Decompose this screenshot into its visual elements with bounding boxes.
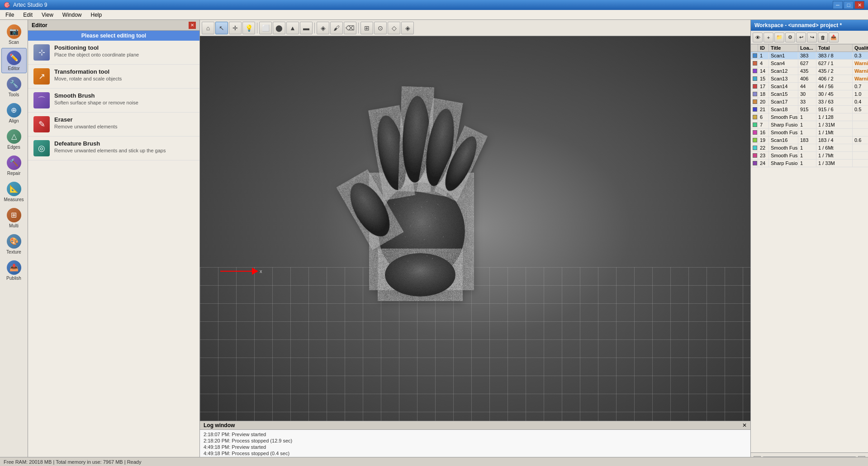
ws-undo-button[interactable]: ↩ [796, 33, 806, 42]
tool-btn-select[interactable]: ◈ [317, 22, 329, 34]
tool-btn-sphere[interactable]: ⬤ [273, 22, 285, 34]
left-sidebar: 📷 Scan ✏️ Editor 🔧 Tools ⊕ Align △ Edges… [0, 20, 28, 466]
ws-export-button[interactable]: 📤 [829, 33, 839, 42]
sidebar-item-repair[interactable]: 🔨 Repair [1, 153, 27, 178]
svg-point-15 [429, 226, 430, 226]
tool-smooth-brush[interactable]: ⌒ Smooth Brush Soften surface shape or r… [28, 89, 199, 113]
tool-btn-pin[interactable]: ◇ [388, 22, 400, 34]
sidebar-item-editor[interactable]: ✏️ Editor [1, 48, 27, 73]
toolbar: ⌂ ↖ ✛ 💡 ⬜ ⬤ ▲ ▬ ◈ 🖌 ⌫ ⊞ ⊙ ◇ ◈ [200, 20, 750, 36]
scan-eye-cell [751, 144, 758, 151]
tool-eraser[interactable]: ✎ Eraser Remove unwanted elements [28, 113, 199, 137]
scan-icon: 📷 [7, 24, 21, 39]
tool-btn-erase-tool[interactable]: ⌫ [344, 22, 356, 34]
menu-file[interactable]: File [2, 11, 18, 19]
sidebar-item-measures[interactable]: 📐 Measures [1, 179, 27, 204]
tool-btn-grid[interactable]: ⊞ [360, 22, 373, 34]
scan-title-cell: Smooth Fus [769, 152, 798, 159]
menu-help[interactable]: Help [87, 11, 106, 19]
smooth-brush-name: Smooth Brush [54, 92, 194, 99]
workspace-title: Workspace - <unnamed> project * [754, 22, 842, 28]
maximize-button[interactable]: □ [844, 1, 854, 9]
scan-row[interactable]: 21Scan18915915 / 60.5 [751, 106, 868, 113]
tool-btn-move[interactable]: ✛ [229, 22, 242, 34]
scan-row[interactable]: 23Smooth Fus11 / 7Mt [751, 152, 868, 160]
toolbar-separator-1 [257, 23, 257, 33]
scan-row[interactable]: 18Scan153030 / 451.0 [751, 90, 868, 98]
sidebar-publish-label: Publish [6, 276, 21, 281]
tool-btn-magnet[interactable]: ⊙ [374, 22, 387, 34]
scan-row[interactable]: 19Scan16183183 / 40.6 [751, 137, 868, 144]
scan-row[interactable]: 4Scan4627627 / 1Warning [751, 60, 868, 67]
scan-row[interactable]: 22Smooth Fus11 / 6Mt [751, 144, 868, 152]
scan-row[interactable]: 1Scan1383383 / 80.3 [751, 52, 868, 60]
scan-id-cell: 24 [758, 160, 769, 167]
tool-btn-home[interactable]: ⌂ [202, 22, 214, 34]
sidebar-item-edges[interactable]: △ Edges [1, 127, 27, 152]
scan-quality-cell: 0.5 [853, 106, 868, 113]
texture-icon: 🎨 [7, 234, 21, 249]
tool-positioning[interactable]: ⊹ Positioning tool Place the object onto… [28, 41, 199, 65]
menu-edit[interactable]: Edit [19, 11, 36, 19]
scan-row[interactable]: 7Sharp Fusio11 / 31M [751, 121, 868, 129]
scan-total-cell: 183 / 4 [816, 137, 853, 144]
sidebar-item-multi[interactable]: ⊞ Multi [1, 205, 27, 231]
scan-load-cell: 627 [798, 60, 816, 67]
tool-defeature-brush[interactable]: ◎ Defeature Brush Remove unwanted elemen… [28, 137, 199, 160]
scan-load-cell: 1 [798, 160, 816, 167]
scan-eye-cell [751, 52, 758, 59]
right-panel: Workspace - <unnamed> project * 👁 + 📁 ⚙ … [750, 20, 868, 466]
sidebar-item-texture[interactable]: 🎨 Texture [1, 231, 27, 257]
tool-btn-extra[interactable]: ◈ [401, 22, 414, 34]
menu-view[interactable]: View [38, 11, 57, 19]
eraser-icon: ✎ [33, 116, 50, 132]
editor-close-button[interactable]: ✕ [189, 22, 196, 29]
scan-row[interactable]: 24Sharp Fusio11 / 33M [751, 160, 868, 167]
sidebar-item-publish[interactable]: 📤 Publish [1, 258, 27, 283]
positioning-desc: Place the object onto coordinate plane [54, 52, 194, 57]
x-axis-arrow [252, 268, 258, 275]
transformation-info: Transformation tool Move, rotate and sca… [54, 68, 194, 81]
sidebar-item-align[interactable]: ⊕ Align [1, 100, 27, 126]
scan-row[interactable]: 17Scan144444 / 560.7 [751, 83, 868, 90]
scan-id-cell: 15 [758, 75, 769, 82]
status-text: Free RAM: 20018 MB | Total memory in use… [4, 459, 141, 465]
transformation-icon: ↗ [33, 68, 50, 85]
scan-quality-cell [853, 129, 868, 136]
tool-btn-cube[interactable]: ⬜ [259, 22, 272, 34]
scan-color-box [753, 130, 757, 135]
tool-btn-paint[interactable]: 🖌 [330, 22, 343, 34]
scan-row[interactable]: 20Scan173333 / 630.4 [751, 98, 868, 106]
ws-eye-button[interactable]: 👁 [753, 33, 763, 42]
svg-point-14 [418, 220, 419, 221]
ws-add-button[interactable]: + [764, 33, 773, 42]
tool-btn-cone[interactable]: ▲ [286, 22, 299, 34]
log-header: Log window ✕ [200, 421, 750, 430]
close-button[interactable]: ✕ [854, 1, 864, 9]
scan-row[interactable]: 14Scan12435435 / 2Warning [751, 67, 868, 75]
ws-delete-button[interactable]: 🗑 [818, 33, 828, 42]
scan-title-cell: Smooth Fus [769, 129, 798, 136]
sidebar-item-scan[interactable]: 📷 Scan [1, 22, 27, 47]
ws-folder-button[interactable]: 📁 [774, 33, 784, 42]
menu-window[interactable]: Window [59, 11, 85, 19]
align-icon: ⊕ [7, 103, 21, 118]
sidebar-tools-label: Tools [9, 92, 19, 97]
tool-btn-light[interactable]: 💡 [242, 22, 255, 34]
scan-load-cell: 1 [798, 152, 816, 159]
svg-point-8 [416, 193, 417, 194]
3d-viewport[interactable]: x [200, 36, 750, 421]
ws-redo-button[interactable]: ↪ [807, 33, 817, 42]
log-close-button[interactable]: ✕ [742, 422, 747, 428]
scan-color-box [753, 115, 757, 119]
scan-row[interactable]: 15Scan13406406 / 2Warning [751, 75, 868, 83]
tool-btn-cursor[interactable]: ↖ [215, 22, 228, 34]
minimize-button[interactable]: ─ [833, 1, 843, 9]
sidebar-item-tools[interactable]: 🔧 Tools [1, 74, 27, 99]
tool-transformation[interactable]: ↗ Transformation tool Move, rotate and s… [28, 65, 199, 89]
ws-settings-button[interactable]: ⚙ [785, 33, 795, 42]
tool-btn-flat[interactable]: ▬ [300, 22, 313, 34]
scan-row[interactable]: 6Smooth Fus11 / 128 [751, 113, 868, 121]
viewport-area: ⌂ ↖ ✛ 💡 ⬜ ⬤ ▲ ▬ ◈ 🖌 ⌫ ⊞ ⊙ ◇ ◈ [200, 20, 750, 466]
scan-row[interactable]: 16Smooth Fus11 / 1Mt [751, 129, 868, 137]
